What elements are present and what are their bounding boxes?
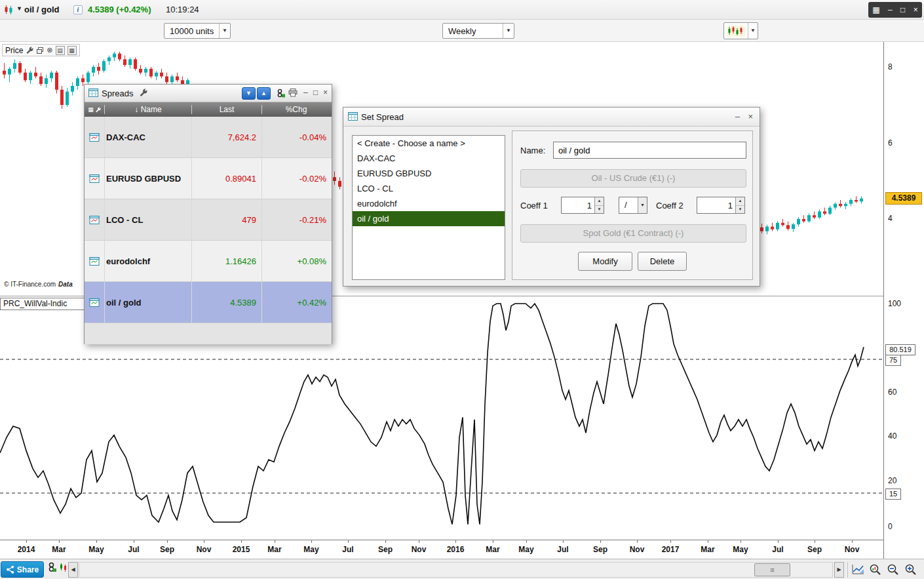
x-axis-label: Jul bbox=[342, 545, 353, 554]
list-item-selected[interactable]: oil / gold bbox=[353, 211, 505, 226]
axis-tick bbox=[96, 540, 97, 543]
window-restore-icon[interactable] bbox=[36, 47, 44, 54]
table-row[interactable]: EURUSD GBPUSD 0.89041 -0.02% bbox=[85, 158, 332, 199]
axis-tick bbox=[348, 540, 349, 543]
app-titlebar: ▼ oil / gold i 4.5389 (+0.42%) 10:19:24 bbox=[0, 0, 924, 20]
chart-style-select[interactable]: ▼ bbox=[723, 22, 758, 39]
close-panel-icon[interactable]: ⊗ bbox=[47, 46, 52, 54]
minimize-icon[interactable]: – bbox=[735, 111, 740, 121]
panel-option-icon-1[interactable]: ▤ bbox=[56, 46, 65, 55]
spread-last: 7,624.2 bbox=[191, 117, 261, 157]
table-row-selected[interactable]: oil / gold 4.5389 +0.42% bbox=[85, 282, 332, 323]
zoom-in-icon[interactable] bbox=[902, 561, 919, 578]
units-select[interactable]: 10000 units ▼ bbox=[164, 23, 231, 39]
x-axis-label: Mar bbox=[701, 545, 714, 554]
auto-fit-chart-icon[interactable] bbox=[849, 561, 866, 578]
scroll-left-button[interactable]: ◀ bbox=[68, 562, 78, 578]
stepper-up-icon[interactable]: ▲ bbox=[595, 197, 604, 206]
column-header-name[interactable]: ↓ Name bbox=[104, 105, 191, 114]
minimize-icon[interactable]: – bbox=[303, 88, 308, 97]
axis-tick bbox=[526, 540, 527, 543]
info-icon[interactable]: i bbox=[73, 5, 83, 14]
set-spread-title: Set Spread bbox=[361, 112, 404, 122]
header-tools-cell[interactable]: ▦ bbox=[85, 106, 104, 113]
scrollbar-thumb[interactable]: ≡ bbox=[754, 563, 790, 576]
x-axis-label: Sep bbox=[807, 545, 822, 554]
axis-tick bbox=[275, 540, 275, 543]
list-item[interactable]: LCO - CL bbox=[353, 181, 505, 196]
maximize-window-button[interactable]: □ bbox=[900, 3, 905, 17]
modify-button[interactable]: Modify bbox=[578, 252, 632, 271]
axis-tick bbox=[26, 540, 27, 543]
coeff1-stepper[interactable]: 1 ▲▼ bbox=[561, 197, 604, 214]
price-panel-toolbar: Price ⊗ ▤ ▦ bbox=[2, 44, 80, 56]
table-row[interactable]: DAX-CAC 7,624.2 -0.04% bbox=[85, 117, 332, 158]
move-up-button[interactable]: ▲ bbox=[257, 87, 271, 100]
spread-name-input[interactable] bbox=[553, 142, 746, 159]
x-axis-label: Jul bbox=[772, 545, 783, 554]
keyboard-icon[interactable]: ▦ bbox=[872, 3, 879, 17]
x-axis-label: May bbox=[518, 545, 533, 554]
instrument2-button: Spot Gold (€1 Contract) (-) bbox=[520, 224, 746, 243]
axis-tick bbox=[204, 540, 204, 543]
indicator-tick: 0 bbox=[888, 521, 893, 532]
stepper-down-icon[interactable]: ▼ bbox=[595, 206, 604, 214]
wrench-icon[interactable] bbox=[139, 89, 147, 97]
list-item[interactable]: eurodolchf bbox=[353, 196, 505, 211]
minimize-window-button[interactable]: – bbox=[888, 3, 893, 17]
link-icon[interactable] bbox=[277, 89, 285, 98]
axis-tick bbox=[852, 540, 853, 543]
move-down-button[interactable]: ▼ bbox=[242, 87, 256, 100]
set-spread-titlebar[interactable]: Set Spread – × bbox=[343, 108, 760, 127]
x-axis-label: May bbox=[303, 545, 318, 554]
time-axis[interactable]: 2014MarMayJulSepNov2015MarMayJulSepNov20… bbox=[0, 540, 883, 559]
quote-time: 10:19:24 bbox=[166, 5, 199, 14]
instrument1-button: Oil - US Crude (€1) (-) bbox=[520, 169, 746, 188]
x-axis-label: 2014 bbox=[18, 545, 35, 554]
column-header-last[interactable]: Last bbox=[191, 105, 261, 114]
axis-tick bbox=[419, 540, 419, 543]
wrench-icon[interactable] bbox=[26, 47, 33, 54]
stepper-down-icon[interactable]: ▼ bbox=[736, 206, 744, 214]
print-icon[interactable] bbox=[288, 89, 298, 97]
price-axis[interactable]: 8 6 4 4.5389 100 80.519 75 60 40 20 15 0 bbox=[883, 42, 924, 559]
axis-tick bbox=[563, 540, 564, 543]
chevron-down-icon: ▼ bbox=[638, 197, 647, 213]
x-axis-label: Mar bbox=[267, 545, 281, 554]
delete-button[interactable]: Delete bbox=[638, 252, 687, 271]
close-window-button[interactable]: × bbox=[914, 3, 918, 17]
list-item[interactable]: DAX-CAC bbox=[353, 151, 505, 166]
close-icon[interactable]: × bbox=[323, 88, 328, 97]
period-select[interactable]: Weekly ▼ bbox=[442, 23, 514, 39]
share-button[interactable]: Share bbox=[1, 561, 44, 578]
symbol-dropdown-caret[interactable]: ▼ bbox=[16, 5, 22, 12]
coeff2-stepper[interactable]: 1 ▲▼ bbox=[697, 197, 745, 214]
list-item[interactable]: EURUSD GBPUSD bbox=[353, 166, 505, 181]
x-axis-label: Sep bbox=[593, 545, 607, 554]
indicator-name-label[interactable]: PRC_WillVal-Indic bbox=[0, 298, 86, 310]
maximize-icon[interactable]: □ bbox=[313, 88, 318, 97]
spreads-titlebar[interactable]: Spreads ▼ ▲ – □ × bbox=[85, 85, 332, 102]
x-axis-label: Sep bbox=[378, 545, 393, 554]
list-item[interactable]: < Create - Choose a name > bbox=[353, 136, 505, 151]
panel-option-icon-2[interactable]: ▦ bbox=[67, 46, 77, 55]
close-icon[interactable]: × bbox=[748, 111, 753, 121]
set-spread-dialog: Set Spread – × < Create - Choose a name … bbox=[343, 107, 760, 287]
scrollbar-track[interactable]: ≡ bbox=[79, 562, 833, 578]
zoom-out-icon[interactable] bbox=[885, 561, 901, 578]
axis-tick bbox=[311, 540, 312, 543]
table-row[interactable]: eurodolchf 1.16426 +0.08% bbox=[85, 241, 332, 282]
axis-tick bbox=[815, 540, 815, 543]
link-icon[interactable] bbox=[48, 562, 56, 572]
stepper-up-icon[interactable]: ▲ bbox=[736, 197, 744, 206]
indicator-tick: 60 bbox=[888, 387, 896, 397]
axis-tick bbox=[455, 540, 456, 543]
zoom-to-data-icon[interactable] bbox=[867, 561, 883, 578]
table-row[interactable]: LCO - CL 479 -0.21% bbox=[85, 199, 332, 241]
mini-chart-icon[interactable] bbox=[59, 562, 68, 572]
divider bbox=[847, 562, 848, 578]
column-header-chg[interactable]: %Chg bbox=[261, 105, 330, 114]
spread-list: < Create - Choose a name > DAX-CAC EURUS… bbox=[352, 135, 505, 280]
scroll-right-button[interactable]: ▶ bbox=[834, 562, 844, 578]
operator-select[interactable]: / ▼ bbox=[619, 197, 647, 214]
